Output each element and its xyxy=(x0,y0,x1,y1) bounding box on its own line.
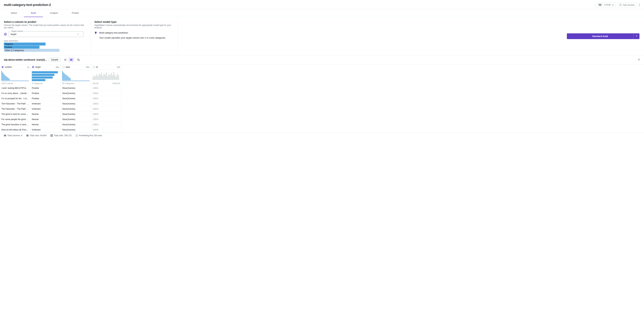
svg-rect-5 xyxy=(72,59,72,61)
radio-unselected-icon xyxy=(62,66,65,68)
column-name: content xyxy=(5,66,12,68)
svg-rect-11 xyxy=(4,135,4,136)
version-pill: V1 xyxy=(598,3,603,6)
column-header-topic[interactable]: topic Abc xyxy=(61,64,91,70)
cell: The Falconeer - 'The Path' Game... xyxy=(0,106,30,112)
cell: 12921 xyxy=(91,86,122,91)
tab-select[interactable]: Select xyxy=(4,9,24,17)
cell: 12922 xyxy=(91,91,122,96)
info-icon: i xyxy=(76,134,78,137)
model-type-name: Multi-category text prediction xyxy=(99,31,166,34)
dataset-name: nlp-demo-twitter-sentiment_train(2)... xyxy=(4,58,47,61)
data-grid: content A 19123 Values <unk> looking BEA… xyxy=(0,64,644,132)
cell: Positive xyxy=(30,86,61,91)
footer-total-rows: Total rows: 64,683 xyxy=(26,134,46,137)
cell: 12923 xyxy=(91,106,122,112)
build-button-label: Standard build xyxy=(567,33,634,39)
column-view-button[interactable] xyxy=(68,57,74,62)
page-title: multi-category-text-prediction-2 xyxy=(4,3,51,7)
cell: 12924 xyxy=(91,112,122,117)
cell: For some people the grind is eve... xyxy=(0,117,30,122)
model-type-desc: Your model classifies your target column… xyxy=(99,36,166,39)
svg-rect-3 xyxy=(70,59,71,61)
footer-preview-note: i Previewing first 100 rows xyxy=(76,134,102,137)
column-name: id xyxy=(96,66,98,68)
model-type-subtitle: SageMaker Canvas automatically recommend… xyxy=(94,24,174,29)
column-header-target[interactable]: target Abc xyxy=(30,64,61,70)
cell: Positive xyxy=(30,96,61,101)
svg-rect-12 xyxy=(5,135,6,136)
cell: Irrelevant xyxy=(30,106,61,112)
content-summary: 19123 Values xyxy=(0,82,30,86)
svg-rect-16 xyxy=(26,136,28,136)
cell: <unk> looking BEAUTIFUL xyxy=(0,86,30,91)
value-distribution-chart: Negative Positive Other (2 Categories) xyxy=(4,42,87,52)
cell: Neutral xyxy=(30,117,61,122)
target-summary: 4 Categories xyxy=(30,82,61,86)
svg-rect-17 xyxy=(50,134,52,135)
build-button-dropdown[interactable]: ▼ xyxy=(634,33,640,39)
svg-rect-15 xyxy=(26,135,28,136)
target-icon xyxy=(4,33,7,36)
column-header-content[interactable]: content A xyxy=(0,64,30,70)
main-tabs: Select Build Analyze Predict xyxy=(0,9,644,17)
cell: Xbox(Xseries) xyxy=(61,101,91,106)
search-button[interactable] xyxy=(76,57,81,62)
column-header-id[interactable]: id 123 xyxy=(91,64,122,70)
column-type-label: Abc xyxy=(86,66,90,68)
svg-rect-14 xyxy=(26,135,28,135)
list-view-button[interactable] xyxy=(62,57,68,62)
column-type-text-icon: A xyxy=(28,66,29,68)
cell: Xbox(Xseries) xyxy=(61,117,91,122)
target-column-value: target xyxy=(10,33,16,36)
content-mini-chart xyxy=(0,70,30,82)
target-icon xyxy=(32,66,34,68)
cell: Neutral xyxy=(30,112,61,117)
cell: The grind transition is hard for s... xyxy=(0,122,30,127)
add-version-button[interactable]: Add version xyxy=(617,2,636,7)
svg-point-6 xyxy=(78,59,79,60)
plus-circle-icon xyxy=(619,4,622,6)
chevron-down-icon: ▾ xyxy=(612,4,614,6)
predict-panel-subtitle: Choose the target column. The model that… xyxy=(4,24,87,29)
vd-bar-positive: Positive xyxy=(4,46,40,49)
collapse-icon[interactable] xyxy=(638,58,640,61)
cell: Xbox(Xseries) xyxy=(61,127,91,132)
cell: 12924 xyxy=(91,117,122,122)
svg-rect-18 xyxy=(52,134,53,135)
column-type-label: Abc xyxy=(56,66,59,68)
target-column-label: Target column xyxy=(10,30,24,32)
vd-bar-other: Other (2 Categories) xyxy=(4,49,60,52)
column-type-label: 123 xyxy=(117,66,120,68)
svg-rect-20 xyxy=(52,136,53,136)
predict-panel-title: Select a column to predict xyxy=(4,20,87,23)
vd-bar-negative: Negative xyxy=(4,42,46,46)
add-version-label: Add version xyxy=(623,4,634,6)
svg-rect-13 xyxy=(6,135,6,136)
id-mini-chart xyxy=(91,70,122,82)
cell: 12925 xyxy=(91,127,122,132)
cell: Xbox(Xseries) xyxy=(61,96,91,101)
cell: I'm so pumped for the . I Literall... xyxy=(0,96,30,101)
cell: Xbox(Xseries) xyxy=(61,91,91,96)
version-selector[interactable]: V1 Draft ▾ xyxy=(596,2,616,7)
cell: Neutral xyxy=(30,122,61,127)
cell: 12923 xyxy=(91,101,122,106)
more-actions-button[interactable] xyxy=(638,3,640,7)
tab-predict[interactable]: Predict xyxy=(65,9,86,17)
cell: Shot at kofi lmfaoo @ PressStar... xyxy=(0,127,30,132)
cell: 12922 xyxy=(91,96,122,101)
grid-icon xyxy=(50,134,53,137)
cell: Xbox(Xseries) xyxy=(61,112,91,117)
standard-build-button[interactable]: Standard build ▼ xyxy=(567,33,640,39)
version-status: Draft xyxy=(604,4,611,6)
svg-rect-19 xyxy=(50,136,52,136)
tab-build[interactable]: Build xyxy=(24,9,43,17)
svg-rect-4 xyxy=(71,59,72,61)
sample-button[interactable]: Sample xyxy=(49,58,60,62)
tab-analyze[interactable]: Analyze xyxy=(43,9,65,17)
svg-point-2 xyxy=(5,34,6,34)
cell: Positive xyxy=(30,91,61,96)
rows-icon xyxy=(26,134,29,137)
cell: Xbox(Xseries) xyxy=(61,86,91,91)
